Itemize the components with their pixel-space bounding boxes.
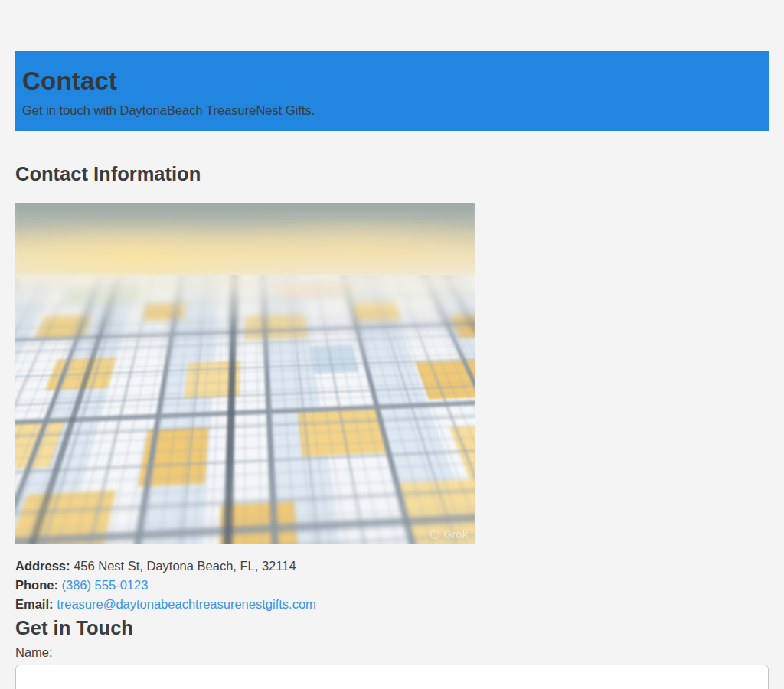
contact-details: Address: 456 Nest St, Daytona Beach, FL,… bbox=[15, 557, 769, 614]
name-input[interactable] bbox=[15, 665, 769, 689]
address-label: Address: bbox=[15, 559, 70, 573]
location-map: Grok bbox=[15, 203, 475, 544]
main-content: Contact Information Grok Address: 456 Ne… bbox=[15, 162, 769, 689]
address-value: 456 Nest St, Daytona Beach, FL, 32114 bbox=[74, 559, 296, 573]
email-link[interactable]: treasure@daytonabeachtreasurenestgifts.c… bbox=[57, 597, 316, 611]
banner-subtitle: Get in touch with DaytonaBeach TreasureN… bbox=[22, 101, 762, 119]
map-pin-secondary-icon bbox=[227, 341, 247, 367]
phone-link[interactable]: (386) 555-0123 bbox=[62, 578, 149, 592]
page-title: Contact bbox=[22, 67, 762, 96]
map-pin-primary-icon bbox=[237, 400, 260, 437]
phone-label: Phone: bbox=[15, 578, 58, 592]
email-row: Email: treasure@daytonabeachtreasurenest… bbox=[15, 595, 769, 614]
phone-row: Phone: (386) 555-0123 bbox=[15, 576, 769, 595]
get-in-touch-heading: Get in Touch bbox=[15, 616, 769, 640]
email-label: Email: bbox=[15, 597, 54, 611]
address-row: Address: 456 Nest St, Daytona Beach, FL,… bbox=[15, 557, 769, 576]
map-street-grid bbox=[15, 275, 475, 295]
name-label: Name: bbox=[15, 645, 769, 660]
contact-form: Name: bbox=[15, 645, 769, 689]
contact-information-heading: Contact Information bbox=[15, 162, 769, 186]
contact-hero-banner: Contact Get in touch with DaytonaBeach T… bbox=[15, 51, 769, 131]
